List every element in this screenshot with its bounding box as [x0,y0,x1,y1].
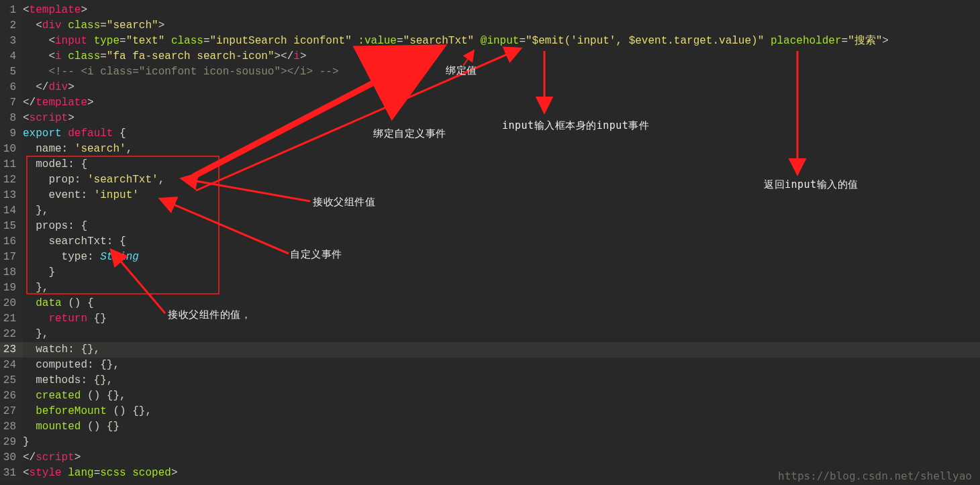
line-number: 21 [0,311,23,327]
line-number: 9 [0,126,23,142]
line-number: 13 [0,188,23,203]
code-line[interactable]: searchTxt: { [23,234,980,250]
code-line[interactable]: computed: {}, [23,358,980,373]
anno-bind-value: 绑定值 [446,64,477,77]
line-number: 7 [0,95,23,111]
line-number: 1 [0,3,23,18]
code-line[interactable]: mounted () {} [23,419,980,435]
line-number: 23 [0,342,23,358]
line-number: 5 [0,64,23,80]
line-number: 18 [0,265,23,280]
code-line[interactable]: data () { [23,296,980,311]
code-line[interactable]: <!-- <i class="iconfont icon-sousuo"></i… [23,64,980,80]
code-line[interactable]: <i class="fa fa-search search-icon"></i> [23,49,980,64]
code-line[interactable]: </template> [23,95,980,111]
line-number: 12 [0,172,23,188]
code-line[interactable]: <input type="text" class="inputSearch ic… [23,34,980,49]
line-number: 14 [0,203,23,219]
line-number: 27 [0,404,23,419]
line-number: 6 [0,80,23,95]
line-number: 3 [0,34,23,49]
code-line[interactable]: beforeMount () {}, [23,404,980,419]
code-line[interactable]: export default { [23,126,980,142]
line-number: 30 [0,450,23,466]
code-line[interactable]: }, [23,327,980,342]
code-line[interactable]: <template> [23,3,980,18]
code-line[interactable]: <script> [23,111,980,126]
line-number: 22 [0,327,23,342]
line-number: 26 [0,388,23,404]
line-number: 20 [0,296,23,311]
anno-emit-custom-event: 绑定自定义事件 [373,127,446,140]
code-line[interactable]: } [23,435,980,450]
code-line[interactable]: </div> [23,80,980,95]
code-line[interactable]: </script> [23,450,980,466]
line-number: 4 [0,49,23,64]
line-number: 29 [0,435,23,450]
line-number: 19 [0,280,23,296]
line-number: 11 [0,157,23,172]
line-number: 10 [0,142,23,157]
anno-custom-event: 自定义事件 [290,248,342,261]
code-line[interactable]: props: { [23,219,980,234]
code-area[interactable]: <template> <div class="search"> <input t… [23,0,980,481]
anno-recv-parent-val-2: 接收父组件的值， [168,309,251,321]
line-number: 17 [0,250,23,265]
line-number: 15 [0,219,23,234]
anno-input-event: input输入框本身的input事件 [502,119,649,132]
line-number: 8 [0,111,23,126]
anno-recv-parent-val: 接收父组件值 [313,196,375,209]
line-number: 28 [0,419,23,435]
code-line[interactable]: watch: {}, [23,342,980,358]
anno-return-input-val: 返回input输入的值 [764,178,859,191]
code-line[interactable]: }, [23,280,980,296]
code-line[interactable]: type: String [23,250,980,265]
line-number-gutter: 1234567891011121314151617181920212223242… [0,0,23,481]
line-number: 31 [0,466,23,481]
code-line[interactable]: created () {}, [23,388,980,404]
code-editor[interactable]: 1234567891011121314151617181920212223242… [0,0,980,481]
code-line[interactable]: } [23,265,980,280]
line-number: 25 [0,373,23,388]
code-line[interactable]: model: { [23,157,980,172]
code-line[interactable]: return {} [23,311,980,327]
watermark: https://blog.csdn.net/shellyao [778,470,972,482]
code-line[interactable]: methods: {}, [23,373,980,388]
code-line[interactable]: }, [23,203,980,219]
line-number: 16 [0,234,23,250]
line-number: 2 [0,18,23,34]
line-number: 24 [0,358,23,373]
code-line[interactable]: <div class="search"> [23,18,980,34]
code-line[interactable]: name: 'search', [23,142,980,157]
